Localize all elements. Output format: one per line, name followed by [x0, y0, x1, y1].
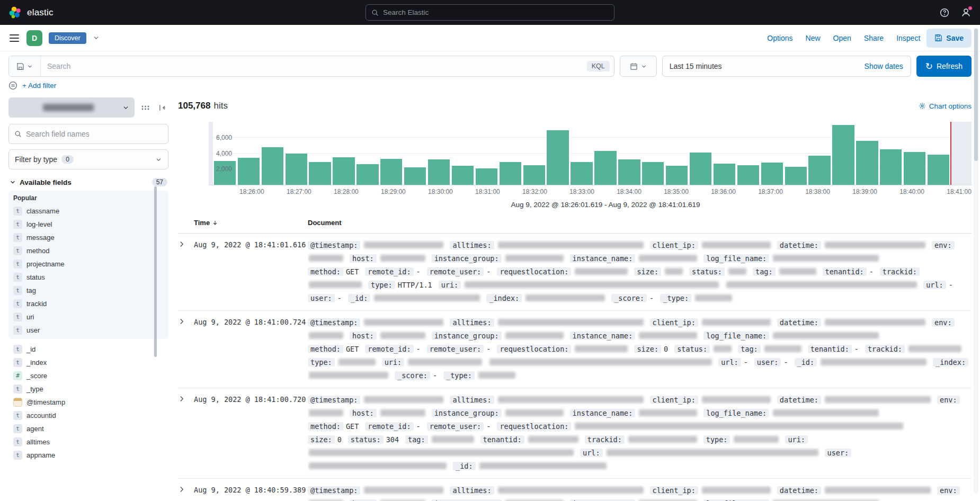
field-item-accountid[interactable]: taccountid: [8, 409, 168, 422]
histogram-bar[interactable]: [785, 167, 807, 185]
histogram-bar[interactable]: [714, 164, 735, 185]
page-scrollbar[interactable]: [974, 28, 978, 494]
histogram-bar[interactable]: [404, 167, 426, 185]
sidebar-scrollbar-thumb[interactable]: [154, 186, 157, 357]
page-scrollbar-thumb[interactable]: [974, 29, 978, 161]
histogram-bar[interactable]: [880, 149, 902, 185]
user-avatar[interactable]: [960, 7, 972, 19]
field-item-status[interactable]: tstatus: [8, 271, 168, 284]
histogram-bar[interactable]: [642, 162, 664, 185]
toolbar-link-share[interactable]: Share: [864, 34, 884, 42]
datepicker-quick-button[interactable]: [620, 56, 657, 77]
field-list-options-icon[interactable]: [139, 101, 152, 114]
histogram-bar[interactable]: [262, 147, 283, 185]
field-item-classname[interactable]: tclassname: [8, 204, 168, 218]
field-name: @timestamp: [26, 398, 65, 406]
fields-sidebar: Filter by type 0 Available fields 57 Pop…: [8, 97, 168, 501]
histogram-bar[interactable]: [904, 152, 925, 185]
expand-row-button[interactable]: [178, 316, 194, 325]
toolbar-link-options[interactable]: Options: [767, 34, 792, 42]
expand-row-button[interactable]: [178, 239, 194, 248]
field-item-log-level[interactable]: tlog-level: [8, 218, 168, 231]
index-pattern-selector[interactable]: [8, 97, 135, 118]
global-search[interactable]: [366, 4, 614, 21]
field-item-alltimes[interactable]: talltimes: [8, 435, 168, 449]
doc-field-key: @timestamp:: [308, 486, 360, 495]
breadcrumb[interactable]: Discover: [49, 32, 86, 44]
histogram-bar[interactable]: [476, 168, 497, 185]
field-item-@timestamp[interactable]: @timestamp: [8, 396, 168, 409]
histogram-bar[interactable]: [523, 165, 545, 185]
doc-field-key: datetime:: [777, 318, 821, 327]
histogram-bar[interactable]: [666, 166, 688, 185]
field-item-_index[interactable]: t_index: [8, 356, 168, 369]
histogram-bar[interactable]: [737, 165, 759, 185]
toolbar-link-new[interactable]: New: [806, 34, 821, 42]
save-button[interactable]: Save: [926, 29, 972, 48]
saved-query-menu-button[interactable]: [9, 56, 41, 76]
saved-filters-icon[interactable]: [8, 81, 17, 90]
histogram-bar[interactable]: [380, 159, 402, 185]
histogram-bar[interactable]: [357, 164, 378, 185]
histogram-bar[interactable]: [333, 157, 354, 185]
histogram-bar[interactable]: [286, 154, 307, 185]
query-search-input[interactable]: [41, 56, 587, 76]
field-search-input[interactable]: [26, 130, 163, 138]
field-item-_type[interactable]: t_type: [8, 382, 168, 396]
field-item-uri[interactable]: turi: [8, 310, 168, 324]
refresh-button[interactable]: ↻ Refresh: [916, 56, 972, 77]
toolbar-link-inspect[interactable]: Inspect: [896, 34, 920, 42]
toolbar-link-open[interactable]: Open: [833, 34, 851, 42]
show-dates-button[interactable]: Show dates: [859, 62, 908, 70]
help-icon[interactable]: [939, 7, 950, 19]
histogram-bar[interactable]: [690, 153, 711, 185]
field-item-trackid[interactable]: ttrackid: [8, 297, 168, 310]
field-item-_id[interactable]: t_id: [8, 343, 168, 356]
histogram-bar[interactable]: [428, 159, 450, 185]
brand[interactable]: elastic: [8, 6, 54, 20]
field-item-_score[interactable]: #_score: [8, 369, 168, 382]
field-search[interactable]: [8, 124, 168, 144]
hamburger-icon: [10, 34, 19, 42]
add-filter-button[interactable]: + Add filter: [22, 82, 56, 90]
field-item-appname[interactable]: tappname: [8, 449, 168, 462]
field-name: tag: [26, 287, 36, 294]
histogram-bar[interactable]: [761, 163, 783, 185]
histogram-bar[interactable]: [594, 151, 616, 185]
menu-button[interactable]: [8, 32, 20, 44]
breadcrumb-chevron-icon[interactable]: [93, 34, 100, 41]
expand-row-button[interactable]: [178, 393, 194, 402]
histogram-bar[interactable]: [452, 166, 474, 185]
space-badge[interactable]: D: [26, 30, 42, 46]
histogram-bar[interactable]: [309, 162, 331, 185]
histogram-bar[interactable]: [571, 162, 592, 185]
available-fields-toggle[interactable]: Available fields 57: [10, 178, 167, 186]
histogram-bar[interactable]: [832, 125, 854, 185]
histogram-bar[interactable]: [547, 130, 568, 185]
chart-options-button[interactable]: Chart options: [919, 102, 972, 110]
histogram-bar[interactable]: [928, 155, 949, 185]
filter-by-type-select[interactable]: Filter by type 0: [8, 149, 168, 169]
expand-row-button[interactable]: [178, 484, 194, 493]
time-range-control[interactable]: Last 15 minutes Show dates: [662, 56, 911, 77]
field-item-projectname[interactable]: tprojectname: [8, 257, 168, 271]
column-header-time[interactable]: Time: [194, 219, 308, 227]
bar-slot: [617, 122, 641, 185]
doc-field-key: tenantid:: [480, 435, 524, 444]
histogram-bar[interactable]: [238, 158, 260, 185]
kql-language-button[interactable]: KQL: [587, 61, 610, 71]
field-item-agent[interactable]: tagent: [8, 422, 168, 435]
field-item-user[interactable]: tuser: [8, 324, 168, 337]
doc-field-value: -: [486, 422, 491, 431]
field-item-message[interactable]: tmessage: [8, 231, 168, 244]
field-item-tag[interactable]: ttag: [8, 284, 168, 297]
histogram-bar[interactable]: [500, 162, 521, 185]
global-search-input[interactable]: [383, 8, 609, 16]
field-item-method[interactable]: tmethod: [8, 244, 168, 257]
collapse-sidebar-icon[interactable]: [156, 101, 168, 114]
histogram-bar[interactable]: [618, 159, 640, 185]
histogram-bar[interactable]: [808, 156, 830, 185]
time-range-value[interactable]: Last 15 minutes: [670, 62, 722, 70]
toolbar-links: OptionsNewOpenShareInspect: [767, 34, 920, 42]
histogram-bar[interactable]: [856, 141, 878, 185]
